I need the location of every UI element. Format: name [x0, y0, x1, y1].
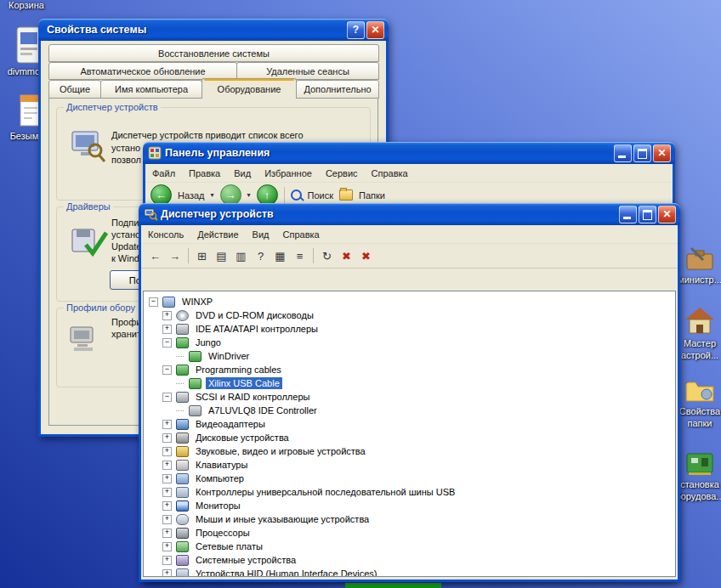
menu-action[interactable]: Действие — [190, 227, 245, 242]
menu-favorites[interactable]: Избранное — [258, 166, 319, 181]
menu-file[interactable]: Файл — [145, 166, 182, 181]
expander-plus-icon[interactable]: + — [162, 447, 172, 456]
recycle-bin-label[interactable]: Корзина — [9, 0, 44, 10]
tree-item[interactable]: −SCSI и RAID контроллеры — [149, 390, 675, 404]
tree-item-label[interactable]: A7LUVLQ8 IDE Controller — [206, 404, 320, 416]
tree-item-label[interactable]: Мониторы — [193, 500, 243, 512]
tree-item[interactable]: −Jungo — [149, 336, 675, 349]
tree-item-label[interactable]: Компьютер — [193, 472, 247, 484]
export-list-icon[interactable]: ▦ — [270, 246, 290, 265]
tree-item-label[interactable]: Дисковые устройства — [193, 432, 292, 444]
expander-minus-icon[interactable]: − — [162, 338, 172, 348]
tree-item-label[interactable]: Видеоадаптеры — [193, 418, 268, 430]
folders-icon[interactable] — [339, 189, 353, 201]
desktop-icon-add-hardware[interactable]: становка борудова... — [678, 449, 721, 501]
back-label[interactable]: Назад — [178, 190, 205, 201]
expander-plus-icon[interactable]: + — [162, 420, 172, 429]
expander-plus-icon[interactable]: + — [162, 488, 172, 497]
tree-item[interactable]: +Дисковые устройства — [149, 431, 675, 444]
expander-minus-icon[interactable]: − — [162, 393, 172, 402]
tree-item[interactable]: WinDriver — [149, 349, 675, 363]
tree-item[interactable]: +Клавиатуры — [149, 458, 675, 472]
minimize-button[interactable] — [614, 144, 632, 162]
tree-item-label[interactable]: Клавиатуры — [193, 459, 250, 471]
tree-item-label[interactable]: Programming cables — [193, 364, 284, 376]
device-tree[interactable]: −WINXP+DVD и CD-ROM дисководы+IDE ATA/AT… — [143, 291, 676, 577]
tree-item[interactable]: +Компьютер — [149, 472, 675, 485]
search-label[interactable]: Поиск — [308, 190, 333, 201]
print-icon[interactable]: ▥ — [231, 246, 251, 265]
menu-help[interactable]: Справка — [276, 227, 326, 242]
desktop-icon-network-wizard[interactable]: Мастер астрой... — [678, 306, 721, 360]
system-properties-titlebar[interactable]: Свойства системы ? ✕ — [38, 19, 389, 41]
tree-item-label[interactable]: Сетевые платы — [193, 540, 265, 552]
tree-item-label[interactable]: Xilinx USB Cable — [206, 377, 282, 389]
control-panel-titlebar[interactable]: Панель управления ✕ — [143, 142, 675, 164]
tree-item[interactable]: A7LUVLQ8 IDE Controller — [149, 404, 675, 417]
tab-advanced[interactable]: Дополнительно — [296, 80, 379, 99]
expander-plus-icon[interactable]: + — [162, 542, 172, 551]
expander-minus-icon[interactable]: − — [149, 297, 158, 307]
tree-item-label[interactable]: IDE ATA/ATAPI контроллеры — [193, 323, 321, 335]
help-topics-icon[interactable]: ? — [251, 246, 270, 265]
tree-item-label[interactable]: Мыши и иные указывающие устройства — [193, 513, 372, 525]
tree-item-label[interactable]: Системные устройства — [193, 554, 298, 566]
close-button[interactable]: ✕ — [366, 21, 384, 39]
close-button[interactable]: ✕ — [653, 144, 671, 162]
forward-dropdown-icon[interactable]: ▾ — [247, 191, 251, 199]
menu-view[interactable]: Вид — [246, 227, 276, 242]
tree-item-label[interactable]: DVD и CD-ROM дисководы — [193, 309, 316, 321]
tree-item[interactable]: −Programming cables — [149, 363, 675, 376]
disable-device-icon[interactable]: ✖ — [337, 246, 356, 265]
tab-automatic-updates[interactable]: Автоматическое обновление — [48, 62, 237, 80]
properties-icon[interactable]: ▤ — [212, 246, 231, 265]
tree-item-label[interactable]: Устройства HID (Human Interface Devices) — [193, 568, 379, 577]
tree-item[interactable]: +Контроллеры универсальной последователь… — [149, 485, 675, 499]
back-icon[interactable]: ← — [145, 246, 165, 265]
tree-item-label[interactable]: WINXP — [179, 296, 215, 308]
close-button[interactable]: ✕ — [658, 206, 676, 223]
tree-item-label[interactable]: SCSI и RAID контроллеры — [193, 391, 312, 403]
tree-item[interactable]: +Устройства HID (Human Interface Devices… — [149, 567, 675, 577]
tree-item[interactable]: +DVD и CD-ROM дисководы — [149, 308, 675, 322]
maximize-button[interactable] — [639, 206, 656, 223]
tree-item-label[interactable]: Jungo — [193, 336, 224, 348]
tree-item[interactable]: +Звуковые, видео и игровые устройства — [149, 444, 675, 458]
back-dropdown-icon[interactable]: ▾ — [211, 191, 214, 199]
expander-minus-icon[interactable]: − — [162, 365, 172, 375]
show-console-tree-icon[interactable]: ⊞ — [192, 246, 212, 265]
tree-item[interactable]: +Мониторы — [149, 499, 675, 512]
forward-icon[interactable]: → — [165, 246, 185, 265]
folders-label[interactable]: Папки — [359, 190, 385, 201]
expander-plus-icon[interactable]: + — [162, 501, 172, 511]
views-icon[interactable]: ≡ — [290, 246, 309, 265]
tree-item-label[interactable]: Звуковые, видео и игровые устройства — [193, 445, 368, 457]
menu-view[interactable]: Вид — [227, 166, 258, 181]
tree-item-label[interactable]: Процессоры — [193, 527, 253, 539]
tab-general[interactable]: Общие — [48, 80, 101, 99]
tree-item[interactable]: +Процессоры — [149, 526, 675, 540]
tree-item[interactable]: Xilinx USB Cable — [149, 376, 675, 390]
tree-item[interactable]: +Мыши и иные указывающие устройства — [149, 512, 675, 526]
expander-plus-icon[interactable]: + — [162, 311, 172, 320]
menu-edit[interactable]: Правка — [182, 166, 227, 181]
tree-item[interactable]: −WINXP — [149, 295, 675, 308]
tree-item[interactable]: +IDE ATA/ATAPI контроллеры — [149, 322, 675, 336]
scan-hardware-changes-icon[interactable]: ↻ — [317, 246, 337, 265]
tab-hardware[interactable]: Оборудование — [202, 78, 297, 99]
expander-plus-icon[interactable]: + — [162, 556, 172, 565]
menu-console[interactable]: Консоль — [141, 227, 190, 242]
expander-plus-icon[interactable]: + — [162, 461, 172, 470]
expander-plus-icon[interactable]: + — [162, 569, 172, 578]
tree-item-label[interactable]: WinDriver — [206, 350, 252, 362]
expander-plus-icon[interactable]: + — [162, 433, 172, 443]
tree-item[interactable]: +Видеоадаптеры — [149, 417, 675, 431]
maximize-button[interactable] — [633, 144, 651, 162]
tree-item-label[interactable]: Контроллеры универсальной последовательн… — [193, 486, 457, 498]
menu-help[interactable]: Справка — [365, 166, 415, 181]
desktop-icon-administration[interactable]: министр... — [678, 242, 721, 285]
expander-plus-icon[interactable]: + — [162, 515, 172, 524]
help-button[interactable]: ? — [347, 21, 365, 39]
expander-plus-icon[interactable]: + — [162, 474, 172, 483]
desktop-icon-folder-options[interactable]: Свойства папки — [678, 377, 721, 428]
